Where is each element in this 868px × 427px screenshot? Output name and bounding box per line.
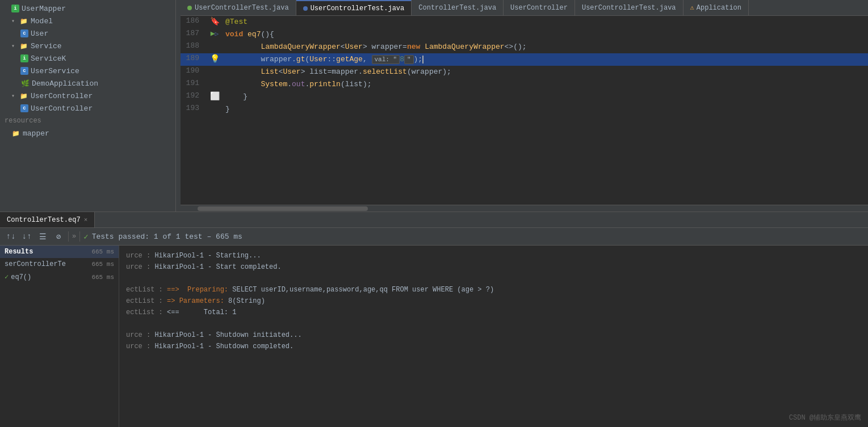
warning-icon: ⚠ [690, 3, 694, 12]
sidebar-item-user-mapper[interactable]: i UserMapper [0, 2, 175, 15]
sort-asc-button[interactable]: ↑↓ [5, 230, 17, 243]
class-icon: c [20, 67, 28, 75]
sidebar-item-user-controller-class[interactable]: c UserController [0, 102, 175, 115]
code-line-188: 188 LambdaQueryWrapper<User> wrapper=new… [181, 41, 868, 53]
sidebar-item-user[interactable]: c User [0, 27, 175, 40]
result-name: eq7() [11, 273, 87, 281]
editor-area: UserControllerTest.java UserControllerTe… [181, 0, 868, 212]
tab-bar: UserControllerTest.java UserControllerTe… [181, 0, 868, 16]
result-item-results[interactable]: Results 665 ms [0, 246, 119, 258]
result-name: serControllerTe [5, 260, 87, 268]
close-tab-button[interactable]: × [84, 217, 88, 223]
sidebar-item-user-service[interactable]: c UserService [0, 65, 175, 77]
test-status-label: Tests passed: 1 of 1 test – 665 ms [92, 232, 242, 241]
sidebar-item-model[interactable]: ▾ 📁 Model [0, 15, 175, 27]
sidebar-item-label: Model [31, 17, 53, 26]
tab-user-controller-test-1[interactable]: UserControllerTest.java [181, 0, 296, 15]
bottom-panel: ControllerTest.eq7 × ↑↓ ↓↑ ☰ ⊘ » ✓ Tests… [0, 212, 868, 427]
log-line-4: ectList : => Parameters: 8(String) [126, 295, 861, 307]
line-gutter: ⬜ [206, 91, 223, 101]
result-item-controller-test[interactable]: serControllerTe 665 ms [0, 258, 119, 270]
bookmark-icon: 🔖 [210, 16, 220, 26]
tab-application[interactable]: ⚠ Application [684, 0, 749, 15]
sidebar-item-label: UserController [31, 92, 93, 100]
line-number: 190 [181, 66, 206, 75]
sidebar-item-label: UserService [31, 67, 79, 75]
tab-controller-test[interactable]: ControllerTest.java [412, 0, 504, 15]
result-time: 665 ms [91, 261, 114, 268]
line-content: LambdaQueryWrapper<User> wrapper=new Lam… [223, 41, 868, 53]
result-time: 665 ms [91, 274, 114, 281]
sidebar-item-demo-app[interactable]: 🌿 DemoApplication [0, 77, 175, 90]
line-number: 192 [181, 91, 206, 100]
scrollbar-thumb[interactable] [198, 206, 368, 211]
folder-icon: 📁 [19, 41, 28, 50]
chevron-down-icon: ▾ [11, 18, 18, 24]
top-area: i UserMapper ▾ 📁 Model c User ▾ 📁 Servic… [0, 0, 868, 212]
sidebar-scrollbar[interactable] [176, 0, 181, 212]
line-content: } [223, 91, 868, 103]
code-line-191: 191 System.out.println(list); [181, 78, 868, 91]
line-gutter: 🔖 [206, 16, 223, 26]
chevron-down-icon: ▾ [11, 43, 18, 49]
results-sidebar: Results 665 ms serControllerTe 665 ms ✓ … [0, 246, 119, 427]
more-button[interactable]: » [72, 232, 76, 240]
tab-label: Application [697, 4, 741, 12]
filter-button[interactable]: ☰ [36, 230, 49, 243]
tab-label: UserControllerTest.java [582, 4, 676, 12]
chevron-down-icon: ▾ [11, 92, 18, 99]
bottom-tab-controller-test[interactable]: ControllerTest.eq7 × [0, 212, 95, 227]
folder-icon: 📁 [19, 16, 28, 26]
bulb-icon: 💡 [210, 54, 220, 64]
tab-user-controller-test-active[interactable]: UserControllerTest.java [296, 0, 412, 15]
main-container: i UserMapper ▾ 📁 Model c User ▾ 📁 Servic… [0, 0, 868, 427]
log-line-blank-1 [126, 273, 861, 284]
folder-icon: 📁 [19, 91, 28, 100]
log-line-6: urce : HikariPool-1 - Shutdown initiated… [126, 329, 861, 341]
resources-label: resources [0, 115, 175, 127]
line-gutter: 💡 [206, 54, 223, 64]
bottom-tab-bar: ControllerTest.eq7 × [0, 212, 868, 228]
test-toolbar: ↑↓ ↓↑ ☰ ⊘ » ✓ Tests passed: 1 of 1 test … [0, 228, 868, 246]
code-line-190: 190 List<User> list=mapper.selectList(wr… [181, 66, 868, 78]
line-gutter: ▶ ▷ [206, 29, 223, 38]
run-icon[interactable]: ▶ [211, 29, 215, 38]
line-number: 189 [181, 54, 206, 62]
line-number: 186 [181, 16, 206, 25]
line-content: List<User> list=mapper.selectList(wrappe… [223, 66, 868, 78]
code-line-192: 192 ⬜ } [181, 91, 868, 103]
tab-user-controller-test-2[interactable]: UserControllerTest.java [575, 0, 684, 15]
class-icon: c [20, 104, 28, 112]
check-icon: ✓ [83, 232, 88, 242]
sidebar-item-servicek[interactable]: i ServiceK [0, 52, 175, 65]
sidebar-item-label: DemoApplication [32, 79, 98, 88]
sidebar-item-user-controller-folder[interactable]: ▾ 📁 UserController [0, 90, 175, 102]
code-line-187: 187 ▶ ▷ void eq7(){ [181, 28, 868, 41]
tab-label: UserControllerTest.java [311, 5, 405, 12]
tab-user-controller[interactable]: UserController [504, 0, 575, 15]
sidebar-item-label: User [31, 29, 48, 38]
result-name: Results [5, 248, 87, 256]
sidebar-item-label: ServiceK [31, 54, 66, 63]
interface-icon: i [20, 54, 28, 62]
sidebar-item-mapper[interactable]: 📁 mapper [0, 127, 175, 139]
pass-icon: ✓ [5, 273, 9, 281]
sidebar-item-service[interactable]: ▾ 📁 Service [0, 40, 175, 52]
bottom-tab-label: ControllerTest.eq7 [7, 216, 81, 224]
line-number: 193 [181, 104, 206, 112]
line-content: void eq7(){ [223, 29, 868, 40]
horizontal-scrollbar[interactable] [181, 205, 868, 212]
sort-desc-button[interactable]: ↓↑ [20, 230, 33, 243]
tab-label: UserController [510, 4, 568, 12]
watermark: CSDN @辅助东皇燕双鹰 [789, 413, 861, 422]
code-line-189: 189 💡 wrapper.gt(User::getAge, val: "8")… [181, 53, 868, 66]
result-item-eq7[interactable]: ✓ eq7() 665 ms [0, 270, 119, 284]
line-content: @Test [223, 16, 868, 28]
log-line-3: ectList : ==> Preparing: SELECT userID,u… [126, 284, 861, 295]
log-line-blank-2 [126, 318, 861, 329]
clear-button[interactable]: ⊘ [52, 230, 65, 243]
code-editor[interactable]: 186 🔖 @Test 187 ▶ ▷ void eq7(){ [181, 16, 868, 205]
toolbar-separator [68, 231, 69, 242]
code-line-186: 186 🔖 @Test [181, 16, 868, 28]
tab-dot [303, 6, 308, 11]
